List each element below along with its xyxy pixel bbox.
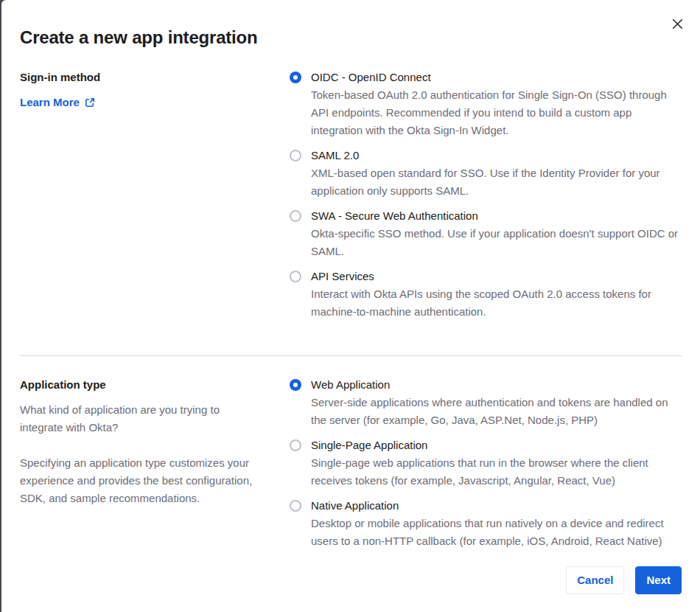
sign-in-method-heading: Sign-in method (20, 69, 263, 86)
next-button[interactable]: Next (635, 566, 682, 594)
radio-option-text: Native Application Desktop or mobile app… (311, 497, 682, 550)
radio-button[interactable] (290, 379, 301, 391)
radio-option-description: Single-page web applications that run in… (311, 454, 682, 490)
sign-in-method-left-column: Sign-in method Learn More (20, 69, 263, 328)
radio-option[interactable]: API Services Interact with Okta APIs usi… (290, 268, 682, 321)
application-type-explanation: Specifying an application type customize… (20, 454, 263, 507)
radio-option-text: Web Application Server-side applications… (311, 376, 682, 429)
radio-button[interactable] (290, 210, 301, 222)
external-link-icon (85, 97, 95, 108)
radio-option[interactable]: OIDC - OpenID Connect Token-based OAuth … (290, 69, 682, 139)
create-app-integration-dialog: Create a new app integration Sign-in met… (1, 0, 700, 612)
radio-option-label: Single-Page Application (311, 437, 682, 454)
radio-option-description: Token-based OAuth 2.0 authentication for… (311, 86, 682, 139)
radio-button[interactable] (290, 150, 301, 161)
radio-option-description: Interact with Okta APIs using the scoped… (311, 285, 682, 321)
learn-more-link[interactable]: Learn More (20, 94, 95, 111)
application-type-heading: Application type (20, 376, 263, 394)
radio-option-label: Native Application (311, 497, 682, 515)
section-divider (20, 355, 682, 356)
radio-option-description: Okta-specific SSO method. Use if your ap… (311, 225, 682, 260)
radio-button[interactable] (290, 271, 301, 282)
radio-option-label: SAML 2.0 (311, 147, 682, 164)
radio-button[interactable] (290, 500, 301, 512)
radio-option-description: XML-based open standard for SSO. Use if … (311, 164, 682, 200)
radio-option-label: API Services (311, 268, 682, 285)
radio-option-label: OIDC - OpenID Connect (311, 69, 682, 86)
close-icon (672, 18, 683, 29)
application-type-left-column: Application type What kind of applicatio… (20, 376, 263, 557)
radio-option-text: Single-Page Application Single-page web … (311, 437, 682, 490)
radio-option-text: OIDC - OpenID Connect Token-based OAuth … (311, 69, 682, 139)
radio-option-text: API Services Interact with Okta APIs usi… (311, 268, 682, 321)
section-application-type: Application type What kind of applicatio… (20, 376, 682, 557)
dialog-footer: Cancel Next (566, 566, 682, 594)
dialog-title: Create a new app integration (20, 0, 682, 49)
dialog-content: Create a new app integration Sign-in met… (1, 0, 700, 612)
learn-more-label: Learn More (20, 94, 80, 111)
application-type-question: What kind of application are you trying … (20, 401, 263, 437)
application-type-options: Web Application Server-side applications… (290, 376, 682, 557)
radio-option-description: Desktop or mobile applications that run … (311, 515, 682, 550)
cancel-button[interactable]: Cancel (566, 566, 624, 594)
close-button[interactable] (670, 16, 685, 31)
radio-button[interactable] (290, 439, 301, 451)
radio-option-text: SWA - Secure Web Authentication Okta-spe… (311, 207, 682, 260)
radio-option[interactable]: SAML 2.0 XML-based open standard for SSO… (290, 147, 682, 200)
radio-option-label: SWA - Secure Web Authentication (311, 207, 682, 225)
radio-option-text: SAML 2.0 XML-based open standard for SSO… (311, 147, 682, 200)
radio-option[interactable]: Native Application Desktop or mobile app… (290, 497, 682, 550)
radio-option-label: Web Application (311, 376, 682, 394)
radio-option[interactable]: SWA - Secure Web Authentication Okta-spe… (290, 207, 682, 260)
section-sign-in-method: Sign-in method Learn More (20, 69, 682, 328)
sign-in-method-options: OIDC - OpenID Connect Token-based OAuth … (290, 69, 682, 328)
radio-option[interactable]: Web Application Server-side applications… (290, 376, 682, 429)
radio-option-description: Server-side applications where authentic… (311, 394, 682, 429)
radio-option[interactable]: Single-Page Application Single-page web … (290, 437, 682, 490)
radio-button[interactable] (290, 72, 301, 83)
